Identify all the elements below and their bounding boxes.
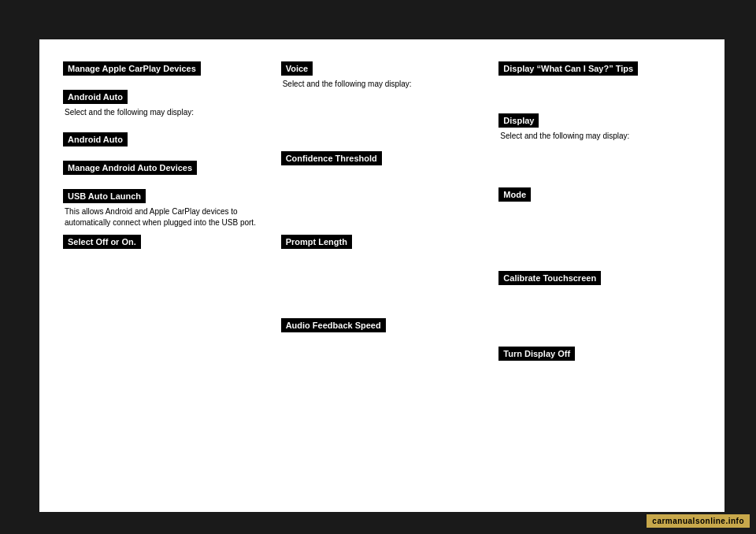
usb-auto-launch-header: USB Auto Launch	[63, 189, 146, 203]
prompt-length-header: Prompt Length	[281, 235, 352, 249]
turn-display-off-header: Turn Display Off	[498, 347, 575, 361]
mode-block: Mode	[498, 181, 701, 205]
android-auto-1-text: Select and the following may display:	[63, 107, 265, 118]
column-1: Manage Apple CarPlay Devices Android Aut…	[55, 55, 273, 496]
android-auto-1-block: Android Auto Select and the following ma…	[63, 83, 265, 121]
manage-apple-carplay-header: Manage Apple CarPlay Devices	[63, 61, 201, 76]
audio-feedback-speed-block: Audio Feedback Speed	[281, 312, 484, 336]
display-block: Display Select and the following may dis…	[498, 107, 701, 145]
content-grid: Manage Apple CarPlay Devices Android Aut…	[55, 55, 709, 496]
usb-auto-launch-text: This allows Android and Apple CarPlay de…	[63, 206, 265, 228]
voice-text: Select and the following may display:	[281, 79, 484, 90]
watermark: carmanualsonline.info	[647, 514, 750, 528]
android-auto-2-header: Android Auto	[63, 132, 128, 146]
page-container: Manage Apple CarPlay Devices Android Aut…	[39, 39, 724, 512]
calibrate-touchscreen-block: Calibrate Touchscreen	[498, 265, 701, 288]
voice-header: Voice	[281, 61, 313, 76]
display-what-can-i-say-header: Display “What Can I Say?” Tips	[498, 61, 638, 76]
manage-android-auto-header: Manage Android Auto Devices	[63, 161, 197, 175]
calibrate-touchscreen-header: Calibrate Touchscreen	[498, 271, 601, 285]
column-3: Display “What Can I Say?” Tips Display S…	[491, 55, 709, 496]
audio-feedback-speed-header: Audio Feedback Speed	[281, 318, 386, 332]
turn-display-off-block: Turn Display Off	[498, 340, 701, 364]
mode-header: Mode	[498, 187, 531, 202]
manage-apple-carplay-block: Manage Apple CarPlay Devices	[63, 55, 265, 79]
confidence-threshold-block: Confidence Threshold	[281, 145, 484, 169]
prompt-length-block: Prompt Length	[281, 228, 484, 252]
usb-auto-launch-block: USB Auto Launch This allows Android and …	[63, 183, 265, 252]
voice-block: Voice Select and the following may displ…	[281, 55, 484, 93]
manage-android-auto-block: Manage Android Auto Devices	[63, 154, 265, 178]
column-2: Voice Select and the following may displ…	[273, 55, 491, 496]
confidence-threshold-header: Confidence Threshold	[281, 151, 382, 165]
display-header: Display	[498, 113, 539, 128]
select-off-on-header: Select Off or On.	[63, 235, 141, 249]
android-auto-2-block: Android Auto	[63, 126, 265, 150]
display-what-can-i-say-block: Display “What Can I Say?” Tips	[498, 55, 701, 79]
android-auto-1-header: Android Auto	[63, 90, 128, 104]
display-text: Select and the following may display:	[498, 131, 701, 142]
